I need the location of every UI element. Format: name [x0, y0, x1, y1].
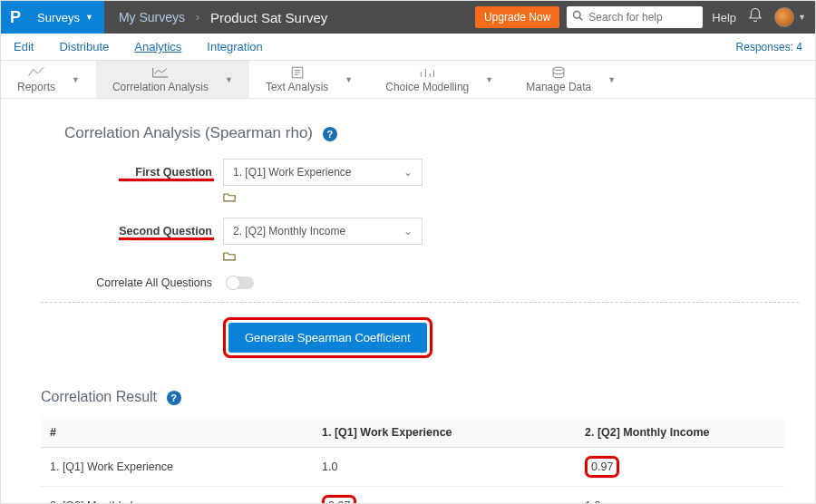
avatar-icon — [774, 7, 794, 27]
section-title: Correlation Analysis (Spearman rho) ? — [64, 124, 775, 142]
second-question-folder[interactable] — [223, 250, 775, 264]
cell-value: 0.97 — [576, 448, 784, 487]
surveys-dropdown-label: Surveys — [37, 11, 80, 24]
correlate-all-row: Correlate All Questions — [64, 276, 775, 289]
database-icon — [549, 66, 568, 79]
table-row: 2. [Q2] Monthly Income 0.97 1.0 — [41, 487, 784, 505]
help-icon[interactable]: ? — [167, 391, 181, 405]
separator — [41, 302, 799, 303]
col-q2: 2. [Q2] Monthly Income — [576, 418, 784, 448]
svg-point-12 — [553, 67, 564, 70]
help-link[interactable]: Help — [712, 11, 736, 24]
first-question-value: 1. [Q1] Work Experience — [233, 166, 352, 179]
text-analysis-icon — [288, 66, 306, 79]
tool-label: Reports — [17, 81, 55, 93]
svg-point-0 — [574, 12, 581, 19]
svg-line-1 — [580, 17, 583, 20]
table-header-row: # 1. [Q1] Work Experience 2. [Q2] Monthl… — [41, 418, 784, 448]
cell-value: 1.0 — [576, 487, 784, 505]
col-hash: # — [41, 418, 313, 448]
caret-down-icon: ▼ — [85, 13, 93, 22]
tool-label: Manage Data — [526, 81, 591, 93]
caret-down-icon: ▼ — [72, 75, 80, 84]
surveys-dropdown[interactable]: Surveys ▼ — [30, 1, 104, 34]
result-title: Correlation Result ? — [41, 389, 784, 405]
result-title-text: Correlation Result — [41, 389, 157, 404]
correlation-table: # 1. [Q1] Work Experience 2. [Q2] Monthl… — [41, 418, 784, 504]
tool-label: Text Analysis — [266, 81, 328, 93]
reports-icon — [27, 66, 45, 79]
second-question-dropdown[interactable]: 2. [Q2] Monthly Income ⌄ — [223, 218, 423, 245]
top-bar: P Surveys ▼ My Surveys › Product Sat Sur… — [1, 1, 815, 34]
second-question-label: Second Question — [64, 225, 223, 237]
help-search-input[interactable] — [567, 6, 703, 28]
tool-choice-modelling[interactable]: Choice Modelling ▼ — [369, 61, 510, 98]
chevron-right-icon: › — [196, 11, 199, 24]
chevron-down-icon: ⌄ — [403, 166, 413, 179]
cell-value: 1.0 — [313, 448, 576, 487]
nav-distribute[interactable]: Distribute — [59, 40, 109, 53]
annotation-ring: Generate Spearman Coefficient — [223, 317, 432, 358]
caret-down-icon: ▼ — [345, 75, 353, 84]
result-section: Correlation Result ? # 1. [Q1] Work Expe… — [41, 389, 784, 504]
cell-value: 0.97 — [313, 487, 576, 505]
cell-text: 0.97 — [328, 499, 350, 504]
bell-icon[interactable] — [747, 7, 763, 27]
tool-reports[interactable]: Reports ▼ — [1, 61, 96, 98]
tool-manage-data[interactable]: Manage Data ▼ — [510, 61, 632, 98]
table-row: 1. [Q1] Work Experience 1.0 0.97 — [41, 448, 784, 487]
analytics-toolbar: Reports ▼ Correlation Analysis ▼ Text An… — [1, 61, 815, 99]
breadcrumb: My Surveys › Product Sat Survey — [104, 10, 475, 25]
caret-down-icon: ▼ — [485, 75, 493, 84]
tool-label: Correlation Analysis — [112, 81, 209, 93]
tool-correlation[interactable]: Correlation Analysis ▼ — [96, 61, 249, 98]
row-label: 1. [Q1] Work Experience — [41, 448, 313, 487]
first-question-folder[interactable] — [223, 191, 775, 205]
annotation-underline — [119, 237, 214, 240]
second-question-value: 2. [Q2] Monthly Income — [233, 225, 345, 237]
generate-button[interactable]: Generate Spearman Coefficient — [228, 323, 427, 353]
first-question-row: First Question 1. [Q1] Work Experience ⌄ — [64, 159, 775, 186]
generate-button-wrap: Generate Spearman Coefficient — [223, 317, 775, 358]
second-question-row: Second Question 2. [Q2] Monthly Income ⌄ — [64, 218, 775, 245]
nav-integration[interactable]: Integration — [207, 40, 262, 53]
section-title-text: Correlation Analysis (Spearman rho) — [64, 124, 313, 141]
nav-edit[interactable]: Edit — [14, 40, 34, 53]
correlate-all-toggle[interactable] — [227, 276, 254, 289]
first-question-label: First Question — [64, 166, 223, 179]
annotation-ring: 0.97 — [322, 495, 356, 504]
search-icon — [572, 10, 583, 24]
folder-icon — [223, 192, 236, 202]
correlate-all-label: Correlate All Questions — [64, 276, 223, 289]
correlation-icon — [151, 66, 170, 79]
brand-logo[interactable]: P — [1, 1, 30, 34]
cell-text: 0.97 — [591, 460, 613, 473]
annotation-ring: 0.97 — [585, 456, 619, 478]
upgrade-button[interactable]: Upgrade Now — [475, 6, 559, 28]
caret-down-icon: ▼ — [607, 75, 616, 84]
help-icon[interactable]: ? — [323, 127, 337, 141]
caret-down-icon: ▼ — [225, 75, 233, 84]
annotation-underline — [119, 179, 214, 181]
main-nav: Edit Distribute Analytics Integration Re… — [1, 34, 815, 61]
breadcrumb-current: Product Sat Survey — [210, 10, 327, 25]
responses-count[interactable]: Responses: 4 — [736, 41, 802, 53]
choice-modelling-icon — [418, 66, 436, 79]
nav-analytics[interactable]: Analytics — [134, 40, 181, 53]
tool-text-analysis[interactable]: Text Analysis ▼ — [249, 61, 369, 98]
breadcrumb-root[interactable]: My Surveys — [119, 10, 185, 24]
chevron-down-icon: ⌄ — [403, 225, 413, 237]
content-area: Correlation Analysis (Spearman rho) ? Fi… — [1, 99, 815, 504]
col-q1: 1. [Q1] Work Experience — [313, 418, 576, 448]
user-menu[interactable]: ▼ — [774, 7, 806, 27]
first-question-dropdown[interactable]: 1. [Q1] Work Experience ⌄ — [223, 159, 423, 186]
tool-label: Choice Modelling — [385, 81, 469, 93]
folder-icon — [223, 251, 236, 261]
row-label: 2. [Q2] Monthly Income — [41, 487, 313, 505]
help-search-wrap — [567, 6, 703, 28]
caret-down-icon: ▼ — [798, 13, 806, 22]
